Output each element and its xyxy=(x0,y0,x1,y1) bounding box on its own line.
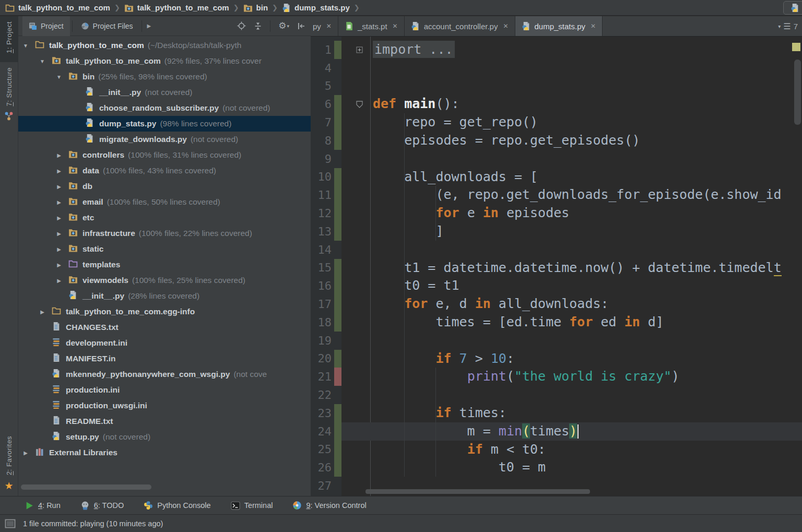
stripe-tab-project[interactable]: 1: Project xyxy=(0,16,18,62)
code-line[interactable]: 15 t1 = datetime.datetime.now() + dateti… xyxy=(311,259,802,277)
code-line[interactable]: 4 xyxy=(311,59,802,77)
tree-collapsed-arrow-icon[interactable]: ▶ xyxy=(54,184,64,190)
stripe-tab-structure[interactable]: 7: Structure xyxy=(0,62,18,126)
tab-list-icon[interactable]: ☰ xyxy=(783,21,791,31)
tree-row[interactable]: README.txt xyxy=(18,413,311,429)
tree-row[interactable]: __init__.py(28% lines covered) xyxy=(18,288,311,304)
editor-tab[interactable]: _stats.pt✕ xyxy=(338,16,405,36)
tree-row[interactable]: production_uwsgi.ini xyxy=(18,398,311,413)
tree-row[interactable]: ▶templates xyxy=(18,257,311,273)
code-line[interactable]: 13 ] xyxy=(311,222,802,241)
code-line[interactable]: 24 m = min(times) xyxy=(311,422,802,441)
tab-close-icon[interactable]: ✕ xyxy=(393,22,398,30)
code-line[interactable]: 11 (e, repo.get_downloads_for_episode(e.… xyxy=(311,186,802,204)
tree-collapsed-arrow-icon[interactable]: ▶ xyxy=(21,450,30,456)
code-line[interactable]: 5 xyxy=(311,77,802,96)
code-editor[interactable]: 1import ...456def main():7 repo = get_re… xyxy=(311,37,802,496)
tree-row[interactable]: CHANGES.txt xyxy=(18,320,311,335)
tree-row[interactable]: __init__.py(not covered) xyxy=(18,85,311,100)
tree-row[interactable]: ▶static xyxy=(18,241,311,257)
tab-close-icon[interactable]: ✕ xyxy=(503,22,508,30)
tree-row[interactable]: ▶email(100% files, 50% lines covered) xyxy=(18,194,311,210)
breadcrumb-item[interactable]: dump_stats.py xyxy=(282,3,350,13)
toolwindow-button-run[interactable]: 4: Run xyxy=(25,501,61,510)
toolwindow-toggle-icon[interactable] xyxy=(5,519,16,528)
code-line[interactable]: 10 all_downloads = [ xyxy=(311,168,802,186)
code-line[interactable]: 25 if m < t0: xyxy=(311,441,802,459)
chevron-right-icon[interactable]: ▶ xyxy=(147,23,151,29)
toolwindow-button-todo[interactable]: 6: TODO xyxy=(80,501,124,510)
tree-row[interactable]: production.ini xyxy=(18,382,311,398)
tree-row[interactable]: ▼talk_python_to_me_com(92% files, 37% li… xyxy=(18,53,311,69)
tree-collapsed-arrow-icon[interactable]: ▶ xyxy=(54,278,64,283)
inspection-indicator[interactable] xyxy=(792,43,800,51)
editor-tab[interactable]: account_controller.py✕ xyxy=(405,16,515,36)
tree-row[interactable]: ▶External Libraries xyxy=(18,445,311,460)
fold-collapsed-icon[interactable] xyxy=(356,46,363,53)
fold-expanded-icon[interactable] xyxy=(356,101,363,108)
tree-collapsed-arrow-icon[interactable]: ▶ xyxy=(54,246,64,252)
tree-row[interactable]: ▶controllers(100% files, 31% lines cover… xyxy=(18,147,311,163)
settings-gear-icon[interactable]: ⚙▾ xyxy=(278,22,289,30)
code-line[interactable]: 19 xyxy=(311,332,802,350)
code-line[interactable]: 8 episodes = repo.get_episodes() xyxy=(311,132,802,150)
stripe-tab-favorites[interactable]: 2: Favorites★ xyxy=(0,431,18,496)
tree-collapsed-arrow-icon[interactable]: ▶ xyxy=(54,231,64,237)
tab-project-files[interactable]: Project Files xyxy=(75,16,139,36)
code-line[interactable]: 26 t0 = m xyxy=(311,458,802,477)
tree-row[interactable]: MANIFEST.in xyxy=(18,351,311,367)
tab-close-icon[interactable]: ✕ xyxy=(326,22,332,30)
collapse-all-icon[interactable] xyxy=(254,22,262,30)
tree-collapsed-arrow-icon[interactable]: ▶ xyxy=(54,199,64,205)
tree-row[interactable]: dump_stats.py(98% lines covered) xyxy=(18,116,311,132)
code-line[interactable]: 21 print("the world is crazy") xyxy=(311,368,802,386)
code-line[interactable]: 6def main(): xyxy=(311,95,802,113)
tree-row[interactable]: setup.py(not covered) xyxy=(18,429,311,445)
tree-row[interactable]: development.ini xyxy=(18,335,311,351)
tree-row[interactable]: ▶etc xyxy=(18,210,311,226)
code-line[interactable]: 20 if 7 > 10: xyxy=(311,350,802,368)
code-line[interactable]: 12 for e in episodes xyxy=(311,204,802,222)
tree-collapsed-arrow-icon[interactable]: ▶ xyxy=(54,262,64,268)
code-line[interactable]: 22 xyxy=(311,386,802,404)
code-line[interactable]: 16 t0 = t1 xyxy=(311,277,802,295)
code-line[interactable]: 1import ... xyxy=(311,41,802,59)
tree-row[interactable]: ▼talk_python_to_me_com(~/Desktop/stash/t… xyxy=(18,38,311,53)
tab-dropdown-icon[interactable]: ▾ xyxy=(778,23,781,29)
project-horizontal-scrollbar[interactable] xyxy=(21,484,151,490)
tree-row[interactable]: migrate_downloads.py(not covered) xyxy=(18,132,311,147)
tree-row[interactable]: choose_random_subscriber.py(not covered) xyxy=(18,100,311,116)
tree-row[interactable]: ▶infrastructure(100% files, 22% lines co… xyxy=(18,226,311,241)
breadcrumb-item[interactable]: talk_python_to_me_com xyxy=(124,3,229,12)
tree-row[interactable]: ▶talk_python_to_me_com.egg-info xyxy=(18,304,311,320)
tree-row[interactable]: mkennedy_pythonanywhere_com_wsgi.py(not … xyxy=(18,367,311,382)
code-line[interactable]: 18 times = [ed.time for ed in d] xyxy=(311,313,802,332)
editor-vertical-scrollbar[interactable] xyxy=(794,60,801,125)
code-line[interactable]: 7 repo = get_repo() xyxy=(311,113,802,132)
tree-expanded-arrow-icon[interactable]: ▼ xyxy=(21,43,30,49)
tree-collapsed-arrow-icon[interactable]: ▶ xyxy=(54,152,64,158)
locate-icon[interactable] xyxy=(237,21,246,30)
toolwindow-button-terminal[interactable]: Terminal xyxy=(231,501,273,510)
hide-panel-icon[interactable] xyxy=(297,22,305,30)
breadcrumb-item[interactable]: talk_python_to_me_com xyxy=(5,3,110,12)
code-line[interactable]: 14 xyxy=(311,241,802,259)
tree-expanded-arrow-icon[interactable]: ▼ xyxy=(54,74,64,80)
editor-tab[interactable]: py✕ xyxy=(311,16,338,36)
run-configuration-button[interactable] xyxy=(783,1,802,15)
tree-collapsed-arrow-icon[interactable]: ▶ xyxy=(54,168,64,174)
tree-expanded-arrow-icon[interactable]: ▼ xyxy=(38,58,47,64)
editor-tab[interactable]: dump_stats.py✕ xyxy=(515,16,603,36)
breadcrumb-item[interactable]: bin xyxy=(243,3,268,12)
code-line[interactable]: 23 if times: xyxy=(311,404,802,422)
tree-row[interactable]: ▶viewmodels(100% files, 25% lines covere… xyxy=(18,273,311,288)
editor-horizontal-scrollbar[interactable] xyxy=(365,489,590,494)
code-line[interactable]: 9 xyxy=(311,150,802,168)
code-line[interactable]: 17 for e, d in all_downloads: xyxy=(311,295,802,313)
tree-row[interactable]: ▼bin(25% files, 98% lines covered) xyxy=(18,69,311,85)
tree-row[interactable]: ▶db xyxy=(18,179,311,194)
tab-close-icon[interactable]: ✕ xyxy=(591,22,596,30)
tree-collapsed-arrow-icon[interactable]: ▶ xyxy=(54,215,64,221)
tab-project[interactable]: Project xyxy=(22,16,70,36)
tree-row[interactable]: ▶data(100% files, 43% lines covered) xyxy=(18,163,311,179)
